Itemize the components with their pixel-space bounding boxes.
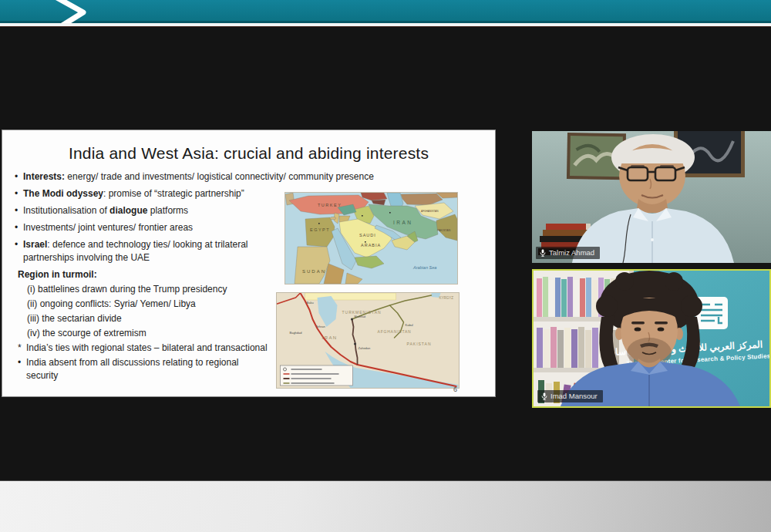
bullet-marker: •: [15, 204, 18, 217]
map-label-saudi: SAUDI: [359, 233, 376, 237]
bullet-marker: •: [15, 238, 18, 251]
slide-page-number: 6: [453, 386, 457, 393]
bullet-marker: •: [15, 187, 18, 200]
bullet-marker: •: [18, 356, 21, 369]
map-label-pakistan2: PAKISTAN: [407, 342, 432, 346]
map-label-arabian-sea: Arabian Sea: [412, 265, 436, 270]
participant-name: Talmiz Ahmad: [549, 248, 594, 258]
map-label-baku: Baku: [307, 301, 314, 305]
map-label-iran: IRAN: [393, 220, 413, 225]
stage-background: India and West Asia: crucial and abiding…: [0, 27, 771, 480]
slide-line: •Interests: energy/ trade and investment…: [2, 170, 490, 184]
map-legend: [281, 365, 353, 386]
map-label-tehran: Tehran: [316, 325, 325, 328]
map-label-mashhad: Mashhad: [355, 315, 365, 318]
top-bar: [0, 0, 771, 23]
meeting-window: India and West Asia: crucial and abiding…: [0, 0, 771, 532]
map-label-egypt: EGYPT: [310, 227, 330, 232]
participant-video-imad-mansour[interactable]: المركز العربي للأبحاث ودراسة السياسات Th…: [532, 269, 771, 408]
participant-name: Imad Mansour: [550, 392, 598, 401]
middle-east-political-map: TURKEY IRAN EGYPT SAUDI ARABIA SUDAN PAK…: [284, 192, 458, 285]
map-label-afghanistan: AFGHANISTAN: [421, 210, 439, 213]
map-label-kabul: Kabul: [406, 323, 413, 327]
talmiz-ahmad-scene: [532, 131, 771, 263]
bullet-marker: •: [15, 170, 18, 184]
participant-name-label: Imad Mansour: [537, 390, 603, 402]
slide-line: • India absent from all discussions rela…: [2, 356, 241, 382]
map-label-zahedan: Zahedan: [359, 346, 371, 350]
map-label-turkey: TURKEY: [318, 203, 342, 207]
imad-mansour-scene: المركز العربي للأبحاث ودراسة السياسات Th…: [534, 271, 769, 406]
map-label-iran2: I R A N: [322, 335, 337, 340]
slide-title: India and West Asia: crucial and abiding…: [2, 144, 495, 163]
mic-icon: [541, 392, 547, 400]
bottom-gradient-strip: [0, 480, 771, 532]
bullet-marker: *: [18, 342, 22, 355]
map-label-kyrgyz: KYRGYZ: [439, 296, 454, 300]
map-label-baghdad: Baghdad: [290, 331, 302, 335]
map-label-turkmenistan: TURKMENISTAN: [342, 310, 382, 315]
shared-slide: India and West Asia: crucial and abiding…: [2, 130, 496, 397]
map-label-pakistan: PAKISTAN: [437, 229, 451, 232]
mic-icon: [540, 249, 546, 257]
map-label-afghanistan2: AFGHANISTAN: [378, 329, 412, 334]
corridor-route-map: Baku TURKMENISTAN AFGHANISTAN PAKISTAN K…: [276, 292, 460, 389]
bullet-marker: •: [15, 221, 18, 234]
participant-name-label: Talmiz Ahmad: [536, 247, 600, 259]
participant-video-talmiz-ahmad[interactable]: Talmiz Ahmad: [532, 131, 771, 263]
map-label-arabia: ARABIA: [361, 243, 381, 247]
map-label-sudan: SUDAN: [302, 269, 326, 274]
slide-line: •Israel: defence and technology ties/ lo…: [2, 238, 284, 264]
